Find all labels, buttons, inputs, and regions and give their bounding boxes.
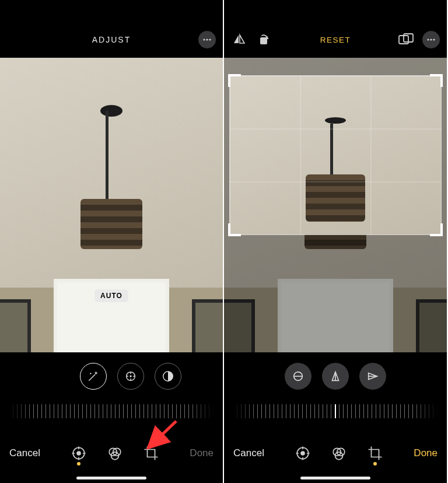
svg-point-17 (433, 38, 435, 40)
rotate-icon[interactable] (256, 32, 272, 48)
svg-point-2 (209, 38, 211, 40)
adjust-tool-row (0, 359, 223, 393)
rotation-slider[interactable] (224, 401, 447, 421)
crop-handle-br[interactable] (430, 223, 443, 236)
svg-point-4 (130, 376, 131, 377)
cancel-button[interactable]: Cancel (9, 447, 40, 459)
more-icon[interactable] (422, 31, 440, 48)
mode-title: ADJUST (92, 35, 131, 44)
done-button[interactable]: Done (414, 447, 438, 459)
svg-point-15 (427, 38, 429, 40)
cancel-button[interactable]: Cancel (233, 447, 264, 459)
edit-mode-tabs (295, 446, 383, 461)
exposure-button[interactable] (117, 363, 144, 390)
contrast-button[interactable] (155, 363, 181, 390)
svg-point-1 (206, 38, 208, 40)
crop-tool-row (224, 359, 447, 393)
adjust-slider[interactable] (0, 401, 223, 421)
bottom-bar: Cancel Done (0, 436, 223, 470)
crop-tab-icon[interactable] (144, 446, 159, 461)
svg-point-0 (203, 38, 205, 40)
bottom-bar: Cancel Done (224, 436, 447, 470)
vertical-perspective-button[interactable] (322, 363, 349, 390)
auto-pill: AUTO (94, 289, 128, 302)
reset-button[interactable]: RESET (320, 36, 351, 44)
adjust-tab-icon[interactable] (295, 446, 310, 461)
edit-mode-tabs (71, 446, 159, 461)
svg-point-23 (300, 451, 305, 456)
filters-tab-icon[interactable] (331, 446, 346, 461)
done-button[interactable]: Done (190, 447, 214, 459)
home-indicator[interactable] (76, 477, 146, 480)
crop-handle-tr[interactable] (430, 74, 443, 87)
magic-wand-button[interactable] (80, 363, 107, 390)
adjust-tab-icon[interactable] (71, 446, 86, 461)
straighten-button[interactable] (285, 363, 312, 390)
crop-handle-tl[interactable] (228, 74, 241, 87)
home-indicator[interactable] (300, 477, 370, 480)
topbar-crop: RESET (224, 29, 447, 50)
topbar-adjust: ADJUST (0, 29, 223, 50)
svg-point-16 (430, 38, 432, 40)
screen-adjust: ADJUST AUTO Cancel (0, 0, 224, 483)
screen-crop: RESET (224, 0, 448, 483)
aspect-ratio-icon[interactable] (398, 32, 414, 48)
crop-frame[interactable] (230, 76, 441, 235)
svg-point-7 (76, 451, 81, 456)
horizontal-perspective-button[interactable] (359, 363, 386, 390)
filters-tab-icon[interactable] (107, 446, 123, 461)
photo-preview[interactable]: AUTO (0, 58, 223, 352)
flip-icon[interactable] (231, 32, 247, 48)
more-icon[interactable] (198, 31, 216, 48)
crop-tab-icon[interactable] (368, 446, 383, 461)
crop-handle-bl[interactable] (228, 223, 241, 236)
